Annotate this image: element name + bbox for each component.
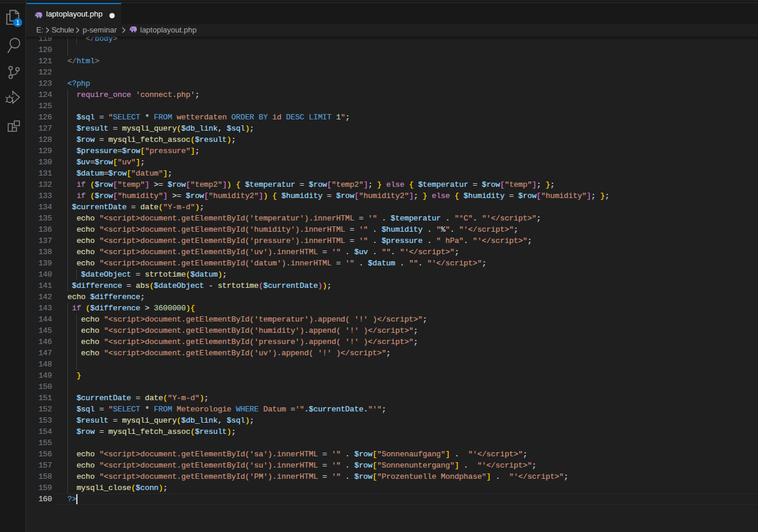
svg-text:1: 1	[16, 19, 20, 26]
